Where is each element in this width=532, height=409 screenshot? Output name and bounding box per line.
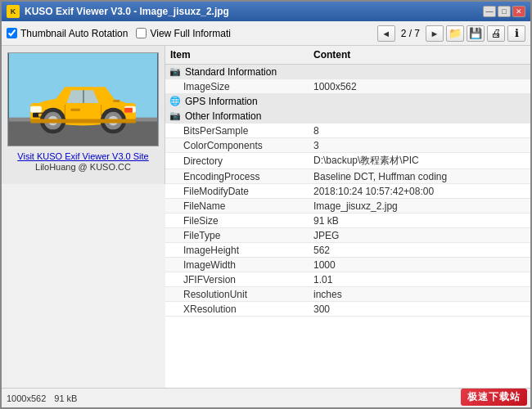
data-item-content: 3 <box>309 139 530 152</box>
table-header: Item Content <box>165 46 530 65</box>
thumbnail-auto-rotation-label: Thumbnail Auto Rotation <box>20 28 128 39</box>
open-button[interactable]: 📁 <box>446 25 464 42</box>
title-bar: K KUSO Exif Viewer V3.0 - Image_jisuxz_2… <box>2 2 530 21</box>
save-button[interactable]: 💾 <box>467 25 485 42</box>
status-bar: 1000x562 91 kB 极速下载站 <box>2 388 530 407</box>
data-item-label: FileModifyDate <box>165 185 309 198</box>
table-row: ImageSize1000x562 <box>165 79 530 94</box>
section-icon: 📷 <box>169 110 182 122</box>
status-left: 1000x562 91 kB <box>7 393 77 403</box>
data-item-label: FileSize <box>165 214 309 227</box>
data-item-content: Image_jisuxz_2.jpg <box>309 200 530 213</box>
next-button[interactable]: ► <box>426 25 444 42</box>
credit-text: LiloHuang @ KUSO.CC <box>35 162 131 172</box>
data-item-label: ColorComponents <box>165 139 309 152</box>
minimize-button[interactable]: — <box>483 6 496 17</box>
prev-button[interactable]: ◄ <box>377 25 395 42</box>
car-thumbnail <box>7 52 159 146</box>
svg-rect-20 <box>113 100 119 102</box>
table-row: FileModifyDate2018:10:24 10:57:42+08:00 <box>165 184 530 199</box>
navigation-group: ◄ 2 / 7 ► 📁 💾 🖨 ℹ <box>377 25 525 42</box>
view-full-info-label: View Full Informati <box>150 28 230 39</box>
data-item-content: Baseline DCT, Huffman coding <box>309 170 530 183</box>
table-row: FileNameImage_jisuxz_2.jpg <box>165 199 530 213</box>
data-item-content: 1000 <box>309 258 530 272</box>
watermark: 极速下载站 <box>461 389 527 406</box>
data-item-content: D:\backup\教程素材\PIC <box>309 153 530 169</box>
table-row: EncodingProcessBaseline DCT, Huffman cod… <box>165 169 530 184</box>
table-row: ColorComponents3 <box>165 138 530 153</box>
data-item-content: inches <box>309 288 530 301</box>
status-image-size: 1000x562 <box>7 393 46 403</box>
data-item-label: Directory <box>165 155 309 168</box>
table-row: 📷Other Information <box>165 109 530 124</box>
section-icon: 🌐 <box>169 96 182 107</box>
view-full-info-checkbox[interactable]: View Full Informati <box>136 28 230 39</box>
title-buttons: — □ ✕ <box>483 6 525 17</box>
table-row: JFIFVersion1.01 <box>165 272 530 287</box>
table-row: ImageWidth1000 <box>165 258 530 272</box>
thumbnail-auto-rotation-input[interactable] <box>7 28 17 38</box>
main-content: Visit KUSO Exif Viewer V3.0 Site LiloHua… <box>2 46 530 388</box>
svg-rect-21 <box>124 108 133 113</box>
col-item-header: Item <box>165 47 309 62</box>
image-panel: Visit KUSO Exif Viewer V3.0 Site LiloHua… <box>2 46 165 184</box>
table-row: FileTypeJPEG <box>165 228 530 243</box>
table-row: ImageHeight562 <box>165 243 530 258</box>
table-row: BitsPerSample8 <box>165 124 530 138</box>
section-label: GPS Information <box>185 96 258 107</box>
svg-rect-19 <box>70 109 80 111</box>
data-item-label: FileType <box>165 229 309 242</box>
data-item-label: JFIFVersion <box>165 273 309 286</box>
maximize-button[interactable]: □ <box>498 6 511 17</box>
svg-rect-16 <box>30 119 136 124</box>
data-item-content: 2018:10:24 10:57:42+08:00 <box>309 185 530 198</box>
section-label: Standard Information <box>185 66 277 78</box>
view-full-info-input[interactable] <box>136 28 147 38</box>
page-indicator: 2 / 7 <box>398 28 423 39</box>
section-content <box>309 71 530 73</box>
table-scroll[interactable]: 📷Standard InformationImageSize1000x562🌐G… <box>165 65 530 388</box>
data-item-label: ResolutionUnit <box>165 288 309 301</box>
table-panel: Item Content 📷Standard InformationImageS… <box>165 46 530 388</box>
section-content <box>309 115 530 117</box>
image-panel-wrapper: Visit KUSO Exif Viewer V3.0 Site LiloHua… <box>2 46 165 388</box>
thumbnail-auto-rotation-checkbox[interactable]: Thumbnail Auto Rotation <box>7 28 128 39</box>
bottom-links: Visit KUSO Exif Viewer V3.0 Site LiloHua… <box>12 146 153 178</box>
data-item-label: EncodingProcess <box>165 170 309 183</box>
data-item-label: XResolution <box>165 303 309 316</box>
data-item-content: 1000x562 <box>309 80 530 93</box>
table-row: DirectoryD:\backup\教程素材\PIC <box>165 153 530 169</box>
print-button[interactable]: 🖨 <box>487 25 505 42</box>
data-item-content: 562 <box>309 244 530 257</box>
table-row: FileSize91 kB <box>165 213 530 228</box>
data-item-label: FileName <box>165 200 309 213</box>
section-content <box>309 101 530 102</box>
main-window: K KUSO Exif Viewer V3.0 - Image_jisuxz_2… <box>0 0 532 409</box>
section-label: Other Information <box>185 110 261 122</box>
svg-rect-6 <box>30 106 42 113</box>
table-row: ResolutionUnitinches <box>165 287 530 302</box>
section-icon: 📷 <box>169 66 182 78</box>
title-bar-left: K KUSO Exif Viewer V3.0 - Image_jisuxz_2… <box>7 5 229 18</box>
data-item-label: ImageHeight <box>165 244 309 257</box>
col-content-header: Content <box>309 47 530 62</box>
data-item-content: 8 <box>309 124 530 137</box>
data-item-content: JPEG <box>309 229 530 242</box>
info-button[interactable]: ℹ <box>507 25 525 42</box>
toolbar: Thumbnail Auto Rotation View Full Inform… <box>2 21 530 46</box>
data-item-content: 91 kB <box>309 214 530 227</box>
data-item-label: BitsPerSample <box>165 124 309 137</box>
status-file-size: 91 kB <box>54 393 77 403</box>
section-item: 📷Other Information <box>165 110 309 123</box>
site-link[interactable]: Visit KUSO Exif Viewer V3.0 Site <box>17 151 148 161</box>
table-row: XResolution300 <box>165 302 530 317</box>
data-item-label: ImageSize <box>165 80 309 93</box>
table-row: 📷Standard Information <box>165 65 530 79</box>
section-item: 📷Standard Information <box>165 65 309 79</box>
close-button[interactable]: ✕ <box>512 6 525 17</box>
app-icon: K <box>7 5 20 18</box>
data-item-content: 300 <box>309 303 530 316</box>
data-item-content: 1.01 <box>309 273 530 286</box>
section-item: 🌐GPS Information <box>165 95 309 108</box>
